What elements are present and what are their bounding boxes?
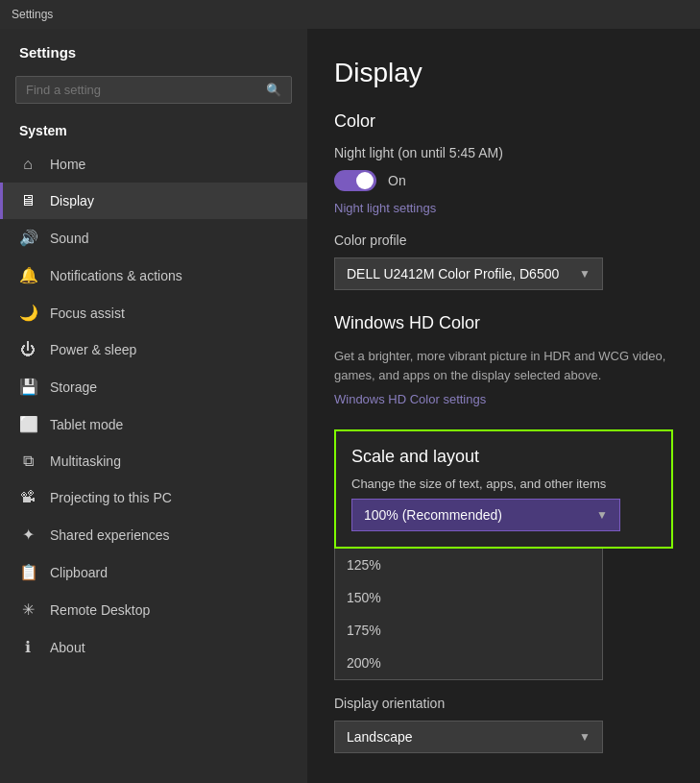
- tablet-icon: ⬜: [19, 415, 36, 433]
- color-profile-label: Color profile: [334, 232, 673, 248]
- sidebar-item-tablet-label: Tablet mode: [50, 417, 123, 432]
- content-area: Display Color Night light (on until 5:45…: [307, 29, 700, 783]
- sidebar-item-multitasking[interactable]: ⧉ Multitasking: [0, 443, 307, 479]
- sidebar-item-clipboard-label: Clipboard: [50, 565, 108, 580]
- scale-layout-desc: Change the size of text, apps, and other…: [351, 477, 656, 491]
- sidebar-app-title: Settings: [0, 29, 307, 68]
- sidebar-item-focus-label: Focus assist: [50, 306, 125, 321]
- scale-dropdown[interactable]: 100% (Recommended) ▼: [351, 499, 620, 531]
- sidebar-item-remote-label: Remote Desktop: [50, 602, 150, 618]
- home-icon: ⌂: [19, 156, 36, 173]
- sidebar-item-storage[interactable]: 💾 Storage: [0, 368, 307, 405]
- toggle-on-label: On: [388, 173, 406, 188]
- sidebar-item-power[interactable]: ⏻ Power & sleep: [0, 331, 307, 368]
- sidebar-item-display-label: Display: [50, 193, 94, 208]
- hd-color-link[interactable]: Windows HD Color settings: [334, 392, 673, 406]
- sidebar-item-projecting[interactable]: 📽 Projecting to this PC: [0, 479, 307, 516]
- night-light-settings-link[interactable]: Night light settings: [334, 201, 673, 215]
- sidebar-item-shared-label: Shared experiences: [50, 527, 170, 543]
- projecting-icon: 📽: [19, 489, 36, 506]
- sidebar-item-home-label: Home: [50, 157, 85, 172]
- main-layout: Settings 🔍 System ⌂ Home 🖥 Display 🔊 Sou…: [0, 29, 700, 783]
- system-label: System: [0, 115, 307, 146]
- sidebar-item-multitasking-label: Multitasking: [50, 453, 121, 469]
- sidebar: Settings 🔍 System ⌂ Home 🖥 Display 🔊 Sou…: [0, 29, 307, 783]
- storage-icon: 💾: [19, 378, 36, 396]
- orientation-chevron-down-icon: ▼: [579, 730, 591, 744]
- sidebar-item-focus[interactable]: 🌙 Focus assist: [0, 294, 307, 331]
- search-icon: 🔍: [266, 83, 281, 97]
- scale-layout-title: Scale and layout: [351, 447, 656, 467]
- sidebar-item-remote[interactable]: ✳ Remote Desktop: [0, 591, 307, 628]
- shared-icon: ✦: [19, 526, 36, 544]
- clipboard-icon: 📋: [19, 563, 36, 581]
- color-section: Color Night light (on until 5:45 AM) On …: [334, 111, 673, 215]
- sidebar-item-sound-label: Sound: [50, 231, 88, 246]
- toggle-knob: [356, 172, 374, 189]
- sidebar-item-about[interactable]: ℹ About: [0, 628, 307, 666]
- sidebar-item-display[interactable]: 🖥 Display: [0, 183, 307, 219]
- multitasking-icon: ⧉: [19, 453, 36, 470]
- scale-chevron-down-icon: ▼: [596, 508, 608, 522]
- scale-options-list: 125% 150% 175% 200%: [334, 549, 603, 680]
- search-box[interactable]: 🔍: [15, 76, 292, 104]
- about-icon: ℹ: [19, 638, 36, 656]
- sidebar-item-tablet[interactable]: ⬜ Tablet mode: [0, 405, 307, 443]
- chevron-down-icon: ▼: [579, 267, 591, 281]
- toggle-row: On: [334, 170, 673, 191]
- sidebar-item-sound[interactable]: 🔊 Sound: [0, 219, 307, 257]
- color-profile-value: DELL U2412M Color Profile, D6500: [347, 266, 559, 281]
- sound-icon: 🔊: [19, 229, 36, 247]
- hd-color-section: Windows HD Color Get a brighter, more vi…: [334, 313, 673, 406]
- sidebar-item-projecting-label: Projecting to this PC: [50, 490, 172, 505]
- hd-color-desc: Get a brighter, more vibrant picture in …: [334, 347, 673, 384]
- sidebar-item-clipboard[interactable]: 📋 Clipboard: [0, 553, 307, 591]
- color-profile-section: Color profile DELL U2412M Color Profile,…: [334, 232, 673, 290]
- title-bar: Settings: [0, 0, 700, 29]
- hd-color-title: Windows HD Color: [334, 313, 673, 333]
- scale-option-200[interactable]: 200%: [335, 647, 602, 679]
- sidebar-item-about-label: About: [50, 640, 85, 655]
- orientation-value: Landscape: [347, 729, 413, 745]
- scale-layout-section: Scale and layout Change the size of text…: [334, 429, 673, 549]
- page-title: Display: [334, 58, 673, 88]
- title-bar-label: Settings: [12, 8, 53, 21]
- sidebar-item-power-label: Power & sleep: [50, 342, 136, 357]
- scale-option-125[interactable]: 125%: [335, 549, 602, 581]
- sidebar-item-shared[interactable]: ✦ Shared experiences: [0, 516, 307, 553]
- color-profile-dropdown[interactable]: DELL U2412M Color Profile, D6500 ▼: [334, 257, 603, 290]
- sidebar-item-notifications-label: Notifications & actions: [50, 268, 182, 283]
- scale-option-150[interactable]: 150%: [335, 581, 602, 614]
- sidebar-item-notifications[interactable]: 🔔 Notifications & actions: [0, 257, 307, 294]
- orientation-dropdown[interactable]: Landscape ▼: [334, 721, 603, 753]
- sidebar-item-home[interactable]: ⌂ Home: [0, 146, 307, 183]
- night-light-toggle[interactable]: [334, 170, 376, 191]
- scale-option-175[interactable]: 175%: [335, 614, 602, 647]
- color-section-title: Color: [334, 111, 673, 132]
- orientation-section: Display orientation Landscape ▼: [334, 696, 673, 753]
- scale-selected-value: 100% (Recommended): [364, 507, 502, 523]
- sidebar-item-storage-label: Storage: [50, 379, 97, 395]
- power-icon: ⏻: [19, 341, 36, 358]
- remote-icon: ✳: [19, 600, 36, 619]
- night-light-label: Night light (on until 5:45 AM): [334, 145, 673, 160]
- search-input[interactable]: [26, 83, 266, 97]
- focus-icon: 🌙: [19, 304, 36, 322]
- orientation-label: Display orientation: [334, 696, 673, 711]
- display-icon: 🖥: [19, 192, 36, 209]
- notifications-icon: 🔔: [19, 266, 36, 284]
